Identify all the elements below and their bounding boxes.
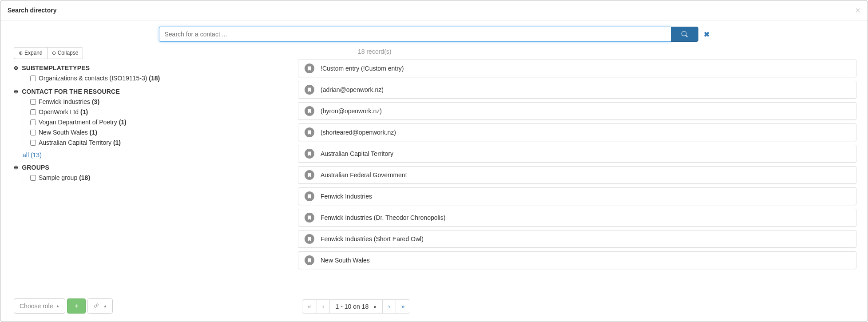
bookmark-icon	[305, 149, 314, 159]
result-item[interactable]: !Custom entry (!Custom entry)	[298, 60, 856, 77]
result-item[interactable]: Australian Capital Territory	[298, 145, 856, 163]
facet-item[interactable]: New South Wales(1)	[23, 128, 285, 137]
bookmark-icon	[305, 64, 314, 73]
facet-item-count: (1)	[119, 118, 127, 126]
result-item[interactable]: Australian Federal Government	[298, 166, 856, 184]
pager-range-label: 1 - 10 on 18	[335, 303, 369, 310]
search-directory-modal: Search directory × ✖ ⊕ Expand	[0, 0, 868, 322]
facet-checkbox[interactable]	[30, 76, 36, 81]
facet-item[interactable]: OpenWork Ltd(1)	[23, 108, 285, 116]
bookmark-icon	[305, 127, 314, 137]
facet-toggle[interactable]: ⊕ CONTACT FOR THE RESOURCE	[14, 88, 285, 95]
facet-item[interactable]: Organizations & contacts (ISO19115-3) (1…	[23, 74, 285, 83]
facet-title: GROUPS	[22, 164, 49, 171]
bookmark-icon	[305, 191, 314, 201]
facet-checkbox[interactable]	[30, 175, 36, 181]
choose-role-dropdown[interactable]: Choose role ▲	[14, 298, 65, 314]
facet-item-label: Fenwick Industries	[39, 98, 90, 106]
facet-item-label: OpenWork Ltd	[39, 108, 79, 116]
facet-item-count: (18)	[149, 74, 160, 82]
plus-circle-icon: ⊕	[14, 65, 18, 71]
pager-prev[interactable]: ‹	[317, 299, 330, 314]
result-label: New South Wales	[321, 257, 370, 264]
choose-role-label: Choose role	[20, 302, 53, 310]
clear-search-icon[interactable]: ✖	[704, 27, 709, 42]
facet-checkbox[interactable]	[30, 99, 36, 105]
pager-next[interactable]: ›	[382, 299, 396, 314]
result-label: (shorteared@openwork.nz)	[321, 129, 396, 136]
link-icon	[93, 302, 99, 310]
expand-button[interactable]: ⊕ Expand	[14, 47, 48, 59]
facet-item[interactable]: Australian Capital Territory(1)	[23, 139, 285, 147]
result-item[interactable]: Fenwick Industries (Short Eared Owl)	[298, 230, 856, 248]
link-dropdown[interactable]: ▲	[87, 298, 113, 314]
plus-circle-icon: ⊕	[14, 164, 18, 171]
result-item[interactable]: (byron@openwork.nz)	[298, 102, 856, 120]
result-item[interactable]: New South Wales	[298, 251, 856, 269]
result-label: Fenwick Industries (Short Eared Owl)	[321, 235, 424, 242]
facet-item-label: Australian Capital Territory	[39, 139, 111, 147]
facet-item-label: Vogan Department of Poetry	[39, 118, 117, 126]
bookmark-icon	[305, 213, 314, 223]
facet-show-all[interactable]: all (13)	[23, 151, 285, 159]
facet-item-label: Sample group	[39, 174, 77, 182]
facet-item-label: Organizations & contacts (ISO19115-3)	[39, 74, 147, 82]
footer-actions: Choose role ▲ ＋ ▲	[14, 298, 113, 314]
result-list: !Custom entry (!Custom entry) (adrian@op…	[298, 60, 856, 269]
sidebar: ⊕ Expand ⊖ Collapse ⊕ SUBTEMPLATETYPES	[9, 47, 293, 269]
modal-title: Search directory	[8, 7, 57, 14]
result-label: !Custom entry (!Custom entry)	[321, 65, 404, 72]
result-item[interactable]: Fenwick Industries (Dr. Theodor Chronopo…	[298, 209, 856, 227]
result-item[interactable]: (shorteared@openwork.nz)	[298, 123, 856, 141]
caret-up-icon: ▲	[56, 304, 60, 308]
bookmark-icon	[305, 255, 314, 265]
bookmark-icon	[305, 170, 314, 180]
plus-circle-icon: ⊕	[14, 88, 18, 95]
facet-item[interactable]: Sample group(18)	[23, 174, 285, 182]
facet-item-count: (3)	[92, 98, 99, 106]
result-item[interactable]: Fenwick Industries	[298, 187, 856, 205]
facet-contact-for-resource: ⊕ CONTACT FOR THE RESOURCE Fenwick Indus…	[14, 88, 285, 159]
facet-item-count: (18)	[79, 174, 90, 182]
search-input[interactable]	[159, 27, 671, 42]
facet-checkbox[interactable]	[30, 109, 36, 115]
result-label: Fenwick Industries (Dr. Theodor Chronopo…	[321, 214, 445, 221]
caret-down-icon: ▼	[373, 305, 377, 310]
close-icon[interactable]: ×	[855, 6, 860, 15]
expand-label: Expand	[24, 49, 43, 57]
caret-up-icon: ▲	[103, 304, 107, 308]
search-group: ✖	[159, 27, 709, 42]
pager-last[interactable]: »	[396, 299, 411, 314]
search-row: ✖	[0, 20, 868, 44]
content-row: ⊕ Expand ⊖ Collapse ⊕ SUBTEMPLATETYPES	[0, 44, 868, 269]
add-button[interactable]: ＋	[67, 298, 86, 314]
result-label: (adrian@openwork.nz)	[321, 86, 384, 93]
facet-title: SUBTEMPLATETYPES	[22, 64, 90, 72]
facet-toggle[interactable]: ⊕ SUBTEMPLATETYPES	[14, 64, 285, 72]
facet-checkbox[interactable]	[30, 130, 36, 135]
bookmark-icon	[305, 85, 314, 95]
result-label: Australian Federal Government	[321, 171, 407, 179]
collapse-button[interactable]: ⊖ Collapse	[47, 47, 83, 59]
modal-header: Search directory ×	[0, 0, 868, 20]
facet-toggle[interactable]: ⊕ GROUPS	[14, 164, 285, 171]
facet-item[interactable]: Vogan Department of Poetry(1)	[23, 118, 285, 127]
search-button[interactable]	[671, 27, 698, 42]
facet-item-count: (1)	[90, 128, 97, 136]
facet-item[interactable]: Fenwick Industries(3)	[23, 98, 285, 106]
facet-item-label: New South Wales	[39, 128, 88, 136]
pager-range-dropdown[interactable]: 1 - 10 on 18 ▼	[329, 299, 383, 314]
bookmark-icon	[305, 234, 314, 244]
search-icon	[682, 31, 688, 37]
plus-icon: ＋	[73, 302, 79, 310]
pager-first[interactable]: «	[302, 299, 317, 314]
result-label: Fenwick Industries	[321, 193, 372, 200]
result-item[interactable]: (adrian@openwork.nz)	[298, 81, 856, 99]
minus-circle-icon: ⊖	[52, 50, 56, 56]
facet-checkbox[interactable]	[30, 140, 36, 146]
collapse-label: Collapse	[58, 49, 79, 57]
record-count: 18 record(s)	[358, 48, 856, 55]
plus-circle-icon: ⊕	[19, 50, 23, 56]
modal-body: ✖ ⊕ Expand ⊖ Collapse	[0, 20, 868, 322]
facet-checkbox[interactable]	[30, 119, 36, 125]
